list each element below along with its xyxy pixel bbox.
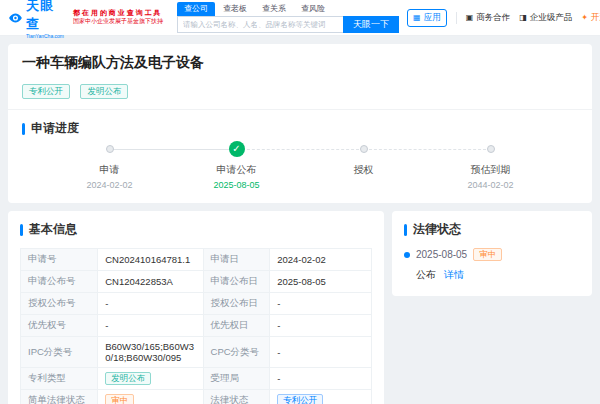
search-tab-3[interactable]: 查风险 <box>294 2 332 16</box>
info-value-cell: - <box>270 315 372 337</box>
search-button[interactable]: 天眼一下 <box>343 16 399 33</box>
search-tab-0[interactable]: 查公司 <box>177 2 215 16</box>
step-label: 申请 <box>46 163 173 177</box>
table-row: 申请号CN202410164781.1申请日2024-02-02 <box>21 249 372 271</box>
info-value: CN120422853A <box>105 276 173 287</box>
info-value: - <box>277 298 280 309</box>
info-value-cell: CN202410164781.1 <box>98 249 203 271</box>
slogan: 都 在 用 的 商 业 查 询 工 具 国家中小企业发展子基金旗下扶持 <box>73 9 163 25</box>
progress-step-3: 预估到期2044-02-02 <box>427 141 554 191</box>
legal-status-item: 2025-08-05 审中 公布 详情 <box>404 248 580 282</box>
info-label-cell: 申请号 <box>21 249 98 271</box>
table-row: 专利类型发明公布受理局- <box>21 368 372 390</box>
search-input[interactable] <box>177 16 343 33</box>
step-date: 2025-08-05 <box>173 180 300 191</box>
legal-status-tag: 审中 <box>473 248 502 261</box>
nav-item-label: 开通会员 <box>591 12 600 24</box>
product-icon: ◨ <box>519 14 527 22</box>
step-dot-icon <box>487 145 495 153</box>
table-row: 简单法律状态审中法律状态专利公开 <box>21 390 372 404</box>
info-value: - <box>277 320 280 331</box>
search-tabs: 查公司查老板查关系查风险 <box>177 2 399 16</box>
nav-item-label: 商务合作 <box>476 12 510 24</box>
info-value: CN202410164781.1 <box>105 254 190 265</box>
info-value: B60W30/165;B60W30/18;B60W30/095 <box>105 341 194 363</box>
info-label-cell: 法律状态 <box>203 390 270 404</box>
nav-item-3[interactable]: ✦开通会员 <box>581 12 600 24</box>
slogan-line2: 国家中小企业发展子基金旗下扶持 <box>73 18 163 26</box>
patent-header-card: 一种车辆编队方法及电子设备 专利公开 发明公布 申请进度 申请2024-02-0… <box>8 44 592 203</box>
progress-section-label: 申请进度 <box>31 120 79 137</box>
info-value-cell: - <box>270 293 372 315</box>
patent-status-tag: 专利公开 <box>22 84 70 99</box>
info-label-cell: 受理局 <box>203 368 270 390</box>
basic-info-section-title: 基本信息 <box>20 221 372 238</box>
info-value-cell: - <box>98 315 203 337</box>
search-tab-1[interactable]: 查老板 <box>216 2 254 16</box>
nav-item-0[interactable]: ▦应用 <box>407 9 447 27</box>
timeline-dot-icon <box>404 252 410 258</box>
gift-icon: ✦ <box>581 14 588 22</box>
grid-icon: ▦ <box>413 14 421 22</box>
info-label-cell: 优先权日 <box>203 315 270 337</box>
info-value-cell: 2025-08-05 <box>270 271 372 293</box>
legal-status-date: 2025-08-05 <box>416 249 467 260</box>
basic-info-table: 申请号CN202410164781.1申请日2024-02-02申请公布号CN1… <box>20 248 372 404</box>
step-dot-icon <box>360 145 368 153</box>
info-value-cell: - <box>98 293 203 315</box>
info-label-cell: 专利类型 <box>21 368 98 390</box>
step-date: 2024-02-02 <box>46 180 173 191</box>
patent-tags: 专利公开 发明公布 <box>22 80 578 99</box>
divider <box>8 109 592 110</box>
info-value: - <box>105 320 108 331</box>
section-bar <box>22 123 25 135</box>
legal-section-title: 法律状态 <box>404 221 580 238</box>
legal-status-card: 法律状态 2025-08-05 审中 公布 详情 <box>392 211 592 296</box>
info-value-cell: 发明公布 <box>98 368 203 390</box>
info-value: 2024-02-02 <box>277 254 326 265</box>
info-value-cell: CN120422853A <box>98 271 203 293</box>
basic-info-card: 基本信息 申请号CN202410164781.1申请日2024-02-02申请公… <box>8 211 384 404</box>
step-label: 申请公布 <box>173 163 300 177</box>
main-content: 一种车辆编队方法及电子设备 专利公开 发明公布 申请进度 申请2024-02-0… <box>0 36 600 404</box>
info-label-cell: 申请公布号 <box>21 271 98 293</box>
info-label-cell: 优先权号 <box>21 315 98 337</box>
application-progress-timeline: 申请2024-02-02✓申请公布2025-08-05授权预估到期2044-02… <box>22 137 578 191</box>
step-label: 预估到期 <box>427 163 554 177</box>
status-tag: 审中 <box>105 394 134 404</box>
info-label-cell: 简单法律状态 <box>21 390 98 404</box>
legal-detail-link[interactable]: 详情 <box>444 268 464 282</box>
table-row: 授权公布号-授权公布日- <box>21 293 372 315</box>
info-value-cell: B60W30/165;B60W30/18;B60W30/095 <box>98 337 203 368</box>
step-date: 2044-02-02 <box>427 180 554 191</box>
nav-item-2[interactable]: ◨企业级产品 <box>519 12 572 24</box>
table-row: IPC分类号B60W30/165;B60W30/18;B60W30/095CPC… <box>21 337 372 368</box>
status-tag: 发明公布 <box>105 372 151 385</box>
info-value-cell: 专利公开 <box>270 390 372 404</box>
logo-brand: 天眼查 <box>26 0 65 33</box>
step-dot-icon <box>106 145 114 153</box>
nav-separator <box>456 12 457 24</box>
search-tab-2[interactable]: 查关系 <box>255 2 293 16</box>
top-nav: ▦应用▣商务合作◨企业级产品✦开通会员♛超级VIP <box>407 9 600 27</box>
info-value-cell: - <box>270 368 372 390</box>
eye-icon <box>8 10 23 26</box>
status-tag: 专利公开 <box>277 394 323 404</box>
info-value: 2025-08-05 <box>277 276 326 287</box>
progress-section-title: 申请进度 <box>22 120 578 137</box>
briefcase-icon: ▣ <box>466 14 474 22</box>
table-row: 优先权号-优先权日- <box>21 315 372 337</box>
section-bar <box>20 224 23 236</box>
info-value-cell: 审中 <box>98 390 203 404</box>
section-bar <box>404 224 407 236</box>
nav-item-label: 企业级产品 <box>530 12 573 24</box>
legal-section-label: 法律状态 <box>413 221 461 238</box>
table-row: 申请公布号CN120422853A申请公布日2025-08-05 <box>21 271 372 293</box>
info-label-cell: 授权公布号 <box>21 293 98 315</box>
nav-item-label: 应用 <box>424 12 441 24</box>
nav-item-1[interactable]: ▣商务合作 <box>466 12 511 24</box>
info-label-cell: 申请公布日 <box>203 271 270 293</box>
tianyancha-logo[interactable]: 天眼查 TianYanCha.com <box>8 0 65 39</box>
step-date <box>300 180 427 191</box>
slogan-line1: 都 在 用 的 商 业 查 询 工 具 <box>73 9 163 18</box>
